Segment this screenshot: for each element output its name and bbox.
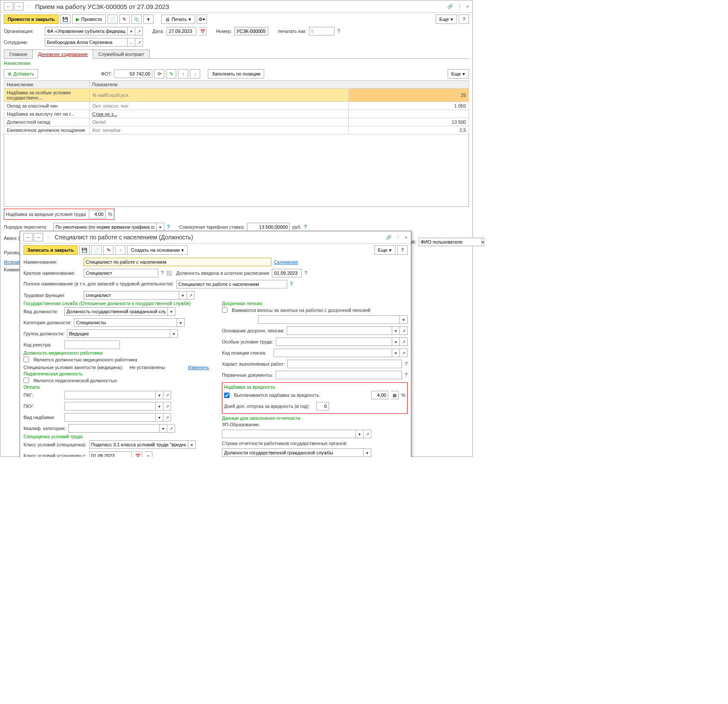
help-button[interactable]: ? xyxy=(459,15,469,24)
pkg-input[interactable] xyxy=(64,391,156,399)
table-row[interactable]: Надбавка за особые условия государственн… xyxy=(4,89,469,102)
open-icon[interactable]: ↗ xyxy=(167,424,175,433)
open-icon[interactable]: ↗ xyxy=(400,337,408,346)
table-row[interactable]: Оклад за классный чинОкл. классн. чин1 0… xyxy=(4,102,469,110)
ped-checkbox[interactable] xyxy=(23,378,29,383)
open-icon[interactable]: ↗ xyxy=(135,38,143,47)
link-icon[interactable]: 🔗 xyxy=(386,235,392,240)
create-based-button[interactable]: Создать на основании ▾ xyxy=(127,245,188,255)
dropdown-icon[interactable]: ▾ xyxy=(392,349,400,357)
dropdown-icon[interactable]: ▾ xyxy=(400,315,408,324)
tariff-input[interactable] xyxy=(247,223,290,231)
forward-button[interactable]: → xyxy=(14,2,23,11)
help-icon[interactable]: ? xyxy=(161,270,164,276)
list-icon[interactable]: ▾ xyxy=(143,15,154,24)
izmenit-link[interactable]: Изменить xyxy=(188,365,209,370)
kat-input[interactable] xyxy=(74,318,177,327)
down-icon[interactable]: ↓ xyxy=(190,69,200,79)
dropdown-icon[interactable]: ▾ xyxy=(170,329,178,338)
ellipsis-icon[interactable]: … xyxy=(128,38,135,47)
fot-input[interactable] xyxy=(114,70,152,78)
back-button[interactable]: ← xyxy=(23,233,33,241)
open-icon[interactable]: ↗ xyxy=(163,391,171,399)
open-icon[interactable]: ↗ xyxy=(163,402,171,410)
open-icon[interactable]: ↗ xyxy=(400,326,408,335)
tab-contract[interactable]: Служебный контракт xyxy=(93,49,149,58)
open-icon[interactable]: ↗ xyxy=(135,27,143,35)
harm-checkbox[interactable] xyxy=(224,393,230,398)
help-icon[interactable]: ? xyxy=(167,224,170,230)
zp-input[interactable] xyxy=(222,430,356,438)
har-input[interactable] xyxy=(287,360,402,368)
fill-position-button[interactable]: Заполнить по позиции xyxy=(208,69,264,79)
stepper-icon[interactable]: ÷ xyxy=(145,451,152,457)
more-icon[interactable]: ⋮ xyxy=(457,4,462,9)
table-row[interactable]: Надбавка за выслугу лет на г...Стаж не з… xyxy=(4,110,469,118)
forward-button[interactable]: → xyxy=(34,233,43,241)
help-icon[interactable]: ? xyxy=(337,28,340,34)
grp-input[interactable] xyxy=(67,329,170,338)
post-button[interactable]: ▶Провести xyxy=(72,15,106,24)
link-icon[interactable]: 🔗 xyxy=(447,4,453,9)
vvedena-date[interactable] xyxy=(272,269,302,277)
doc-icon[interactable]: 📄 xyxy=(91,245,102,255)
back-button[interactable]: ← xyxy=(4,2,13,11)
edit-icon[interactable]: ✎ xyxy=(119,15,130,24)
dropdown-icon[interactable]: ▾ xyxy=(188,440,196,449)
kodr-input[interactable] xyxy=(64,340,120,349)
declension-link[interactable]: Склонения xyxy=(274,259,298,265)
emp-input[interactable] xyxy=(45,38,128,47)
dosr-field[interactable] xyxy=(258,315,400,324)
gear-icon[interactable]: ⚙▾ xyxy=(197,15,207,24)
close-icon[interactable]: × xyxy=(405,235,408,240)
vid-input[interactable] xyxy=(64,307,168,316)
harm-value-input[interactable] xyxy=(371,391,388,399)
open-icon[interactable]: ↗ xyxy=(163,413,171,422)
enteredby-input[interactable] xyxy=(419,238,482,246)
osob-input[interactable] xyxy=(276,337,392,346)
help-icon[interactable]: ? xyxy=(405,361,408,367)
name-input[interactable] xyxy=(84,258,271,266)
klassust-input[interactable] xyxy=(89,451,132,457)
printas-input[interactable] xyxy=(309,27,335,35)
org-input[interactable] xyxy=(45,27,128,35)
more-button[interactable]: Еще ▾ xyxy=(436,15,457,24)
dropdown-icon[interactable]: ▾ xyxy=(356,430,364,438)
klass-input[interactable] xyxy=(89,440,188,449)
help-icon[interactable]: ? xyxy=(304,270,307,276)
dropdown-icon[interactable]: ▾ xyxy=(168,307,175,316)
calc-icon[interactable]: ▦ xyxy=(391,391,399,399)
tab-main[interactable]: Главное xyxy=(4,49,33,58)
help-icon[interactable]: ? xyxy=(304,224,307,230)
full-input[interactable] xyxy=(176,280,287,288)
dosr-checkbox[interactable] xyxy=(222,307,227,313)
osn-input[interactable] xyxy=(287,326,392,335)
doc-icon[interactable]: 📄 xyxy=(108,15,118,24)
save-icon[interactable]: 💾 xyxy=(79,245,90,255)
more-button[interactable]: Еще ▾ xyxy=(448,69,469,79)
pencil-icon[interactable]: ✎ xyxy=(166,69,176,79)
save-and-close-button[interactable]: Записать и закрыть xyxy=(23,245,78,255)
kodp-input[interactable] xyxy=(274,349,392,357)
calendar-icon[interactable]: 📅 xyxy=(199,27,207,35)
dropdown-icon[interactable]: ▾ xyxy=(160,424,167,433)
dropdown-icon[interactable]: ▾ xyxy=(128,27,135,35)
dropdown-icon[interactable]: ▾ xyxy=(156,402,163,410)
dropdown-icon[interactable]: ▾ xyxy=(156,413,163,422)
kval-input[interactable] xyxy=(68,424,160,433)
pku-input[interactable] xyxy=(64,402,156,410)
dropdown-icon[interactable]: ▾ xyxy=(156,391,163,399)
more-icon[interactable]: ⋮ xyxy=(396,235,401,240)
attach-icon[interactable]: 📎 xyxy=(131,15,142,24)
dropdown-icon[interactable]: ▾ xyxy=(157,223,164,231)
short-input[interactable] xyxy=(84,269,158,277)
help-button[interactable]: ? xyxy=(397,245,408,255)
open-icon[interactable]: ↗ xyxy=(400,349,408,357)
save-icon[interactable]: 💾 xyxy=(60,15,70,24)
harm-input[interactable] xyxy=(89,210,106,218)
nadb-input[interactable] xyxy=(64,413,156,422)
tab-money[interactable]: Денежное содержание xyxy=(32,49,93,59)
more-button[interactable]: Еще ▾ xyxy=(374,245,396,255)
help-icon[interactable]: ? xyxy=(290,281,293,287)
dropdown-icon[interactable]: ▾ xyxy=(482,238,484,246)
